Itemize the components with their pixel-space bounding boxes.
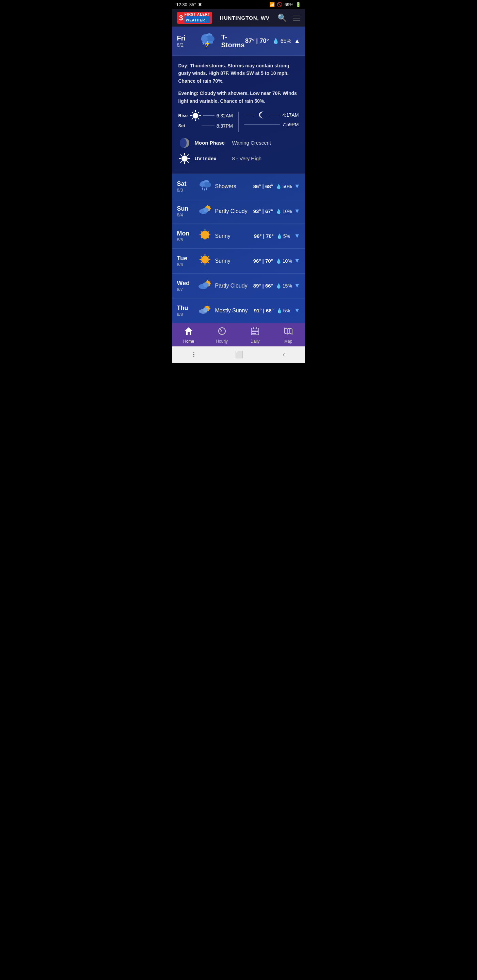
status-bar: 12:30 85° ✖ 📶 🚫 69% 🔋: [172, 0, 305, 9]
sun-moon-divider: [238, 111, 239, 132]
moon-set-time: 7:59PM: [282, 122, 298, 127]
forecast-row-thu[interactable]: Thu 8/8 Mostly Sunny 91° | 68°: [172, 298, 305, 323]
status-left: 12:30 85° ✖: [176, 2, 202, 7]
today-day-name: Fri: [177, 34, 194, 42]
moon-rise-time: 4:17AM: [282, 112, 298, 118]
today-condition: T-Storms: [221, 33, 246, 49]
uv-index-value: 8 - Very High: [232, 156, 262, 161]
sun-set-time: 8:37PM: [217, 123, 233, 129]
today-weather-icon: [199, 31, 217, 51]
sun-rise-time: 6:32AM: [217, 113, 233, 118]
detail-panel: Day: Thunderstorms. Storms may contain s…: [172, 56, 305, 174]
svg-marker-74: [185, 327, 192, 335]
svg-line-56: [201, 256, 202, 258]
forecast-day-wed: Wed 8/7: [177, 280, 195, 292]
block-icon: 🚫: [277, 2, 282, 7]
svg-point-66: [198, 285, 204, 288]
svg-line-49: [208, 231, 209, 233]
forecast-row-tue[interactable]: Tue 8/6 Sunny 96° |: [172, 249, 305, 274]
uv-index-label: UV Index: [195, 156, 232, 161]
forecast-row-sat[interactable]: Sat 8/3 Showers 86° | 68°: [172, 174, 305, 199]
forecast-row-sun[interactable]: Sun 8/4 Partly Cloudy 93°: [172, 199, 305, 224]
nav-map[interactable]: Map: [278, 327, 298, 344]
nav-daily-label: Daily: [250, 339, 260, 344]
forecast-rain-sun: 💧 10%: [276, 208, 292, 214]
forecast-row-wed[interactable]: Wed 8/7 Partly Cloudy 89° | 66°: [172, 274, 305, 298]
forecast-chevron-sun[interactable]: ▼: [294, 208, 300, 215]
uv-icon: [179, 153, 191, 165]
sun-section: Rise 6:32AM: [179, 110, 233, 129]
forecast-list: Sat 8/3 Showers 86° | 68°: [172, 174, 305, 323]
logo-weather-text: WEATHER: [186, 18, 205, 22]
nav-hourly[interactable]: Hourly: [212, 327, 232, 344]
svg-rect-81: [254, 331, 256, 332]
forecast-temps-mon: 96° | 70°: [254, 233, 274, 239]
header-icons: 🔍: [278, 14, 300, 22]
today-rain: 💧 65%: [272, 38, 292, 44]
bottom-nav: Home Hourly Daily: [172, 323, 305, 347]
forecast-icon-sun: [198, 204, 212, 219]
sys-home-btn[interactable]: ⬜: [235, 350, 243, 359]
wifi-icon: 📶: [269, 2, 275, 7]
forecast-condition-thu: Mostly Sunny: [215, 307, 254, 314]
uv-index-row: UV Index 8 - Very High: [179, 153, 299, 165]
forecast-rain-mon: 💧 5%: [276, 234, 292, 239]
svg-marker-85: [285, 328, 292, 334]
nav-home[interactable]: Home: [179, 327, 199, 344]
forecast-chevron-mon[interactable]: ▼: [294, 232, 300, 240]
forecast-icon-thu: [198, 303, 212, 318]
today-row[interactable]: Fri 8/2 T-Storms 87° | 70°: [172, 27, 305, 56]
status-x-icon: ✖: [198, 2, 202, 7]
svg-line-58: [208, 256, 209, 258]
daily-icon: [250, 327, 260, 337]
forecast-chevron-thu[interactable]: ▼: [294, 307, 300, 314]
day-description: Day: Thunderstorms. Storms may contain s…: [179, 62, 299, 85]
svg-point-19: [182, 156, 188, 162]
svg-rect-80: [252, 331, 254, 332]
logo-number: 3: [179, 14, 183, 22]
search-icon[interactable]: 🔍: [278, 14, 287, 22]
svg-line-34: [206, 188, 207, 189]
svg-rect-83: [252, 333, 254, 334]
sys-back-btn[interactable]: ‹: [283, 350, 285, 358]
svg-line-15: [198, 112, 199, 113]
forecast-temps-tue: 96° | 70°: [253, 258, 273, 264]
battery-percent: 69%: [284, 2, 293, 7]
svg-point-51: [201, 256, 209, 263]
nav-daily[interactable]: Daily: [245, 327, 265, 344]
sys-menu-btn[interactable]: ⫶: [192, 350, 195, 358]
forecast-temps-sat: 86° | 68°: [253, 183, 273, 189]
sun-rise-row: Rise 6:32AM: [179, 110, 233, 122]
svg-line-48: [208, 237, 209, 238]
forecast-rain-thu: 💧 5%: [276, 308, 292, 313]
moon-phase-label: Moon Phase: [195, 140, 232, 146]
nav-map-label: Map: [284, 339, 292, 344]
svg-point-8: [193, 113, 198, 118]
svg-line-25: [187, 161, 188, 163]
forecast-rain-wed: 💧 15%: [276, 283, 292, 288]
forecast-chevron-wed[interactable]: ▼: [294, 282, 300, 289]
menu-icon[interactable]: [293, 16, 300, 21]
svg-line-7: [205, 43, 206, 46]
moon-set-row: 7:59PM: [244, 122, 299, 127]
forecast-temps-sun: 93° | 67°: [253, 208, 273, 214]
forecast-chevron-tue[interactable]: ▼: [294, 257, 300, 264]
svg-point-73: [199, 310, 204, 313]
system-nav: ⫶ ⬜ ‹: [172, 347, 305, 363]
sun-set-row: Set 8:37PM: [179, 123, 233, 129]
today-chevron-up[interactable]: ▲: [294, 37, 300, 45]
forecast-row-mon[interactable]: Mon 8/5 Sunny 96° |: [172, 224, 305, 249]
today-day-date: 8/2: [177, 42, 194, 48]
svg-line-50: [201, 237, 202, 238]
svg-point-41: [199, 209, 204, 213]
forecast-icon-wed: [198, 278, 212, 293]
svg-line-33: [204, 188, 205, 190]
forecast-icon-sat: [198, 179, 212, 194]
svg-point-18: [180, 138, 187, 148]
svg-line-32: [202, 188, 203, 189]
forecast-day-thu: Thu 8/8: [177, 305, 195, 317]
moon-phase-value: Waning Crescent: [232, 140, 271, 146]
svg-point-31: [199, 183, 205, 187]
forecast-chevron-sat[interactable]: ▼: [294, 183, 300, 190]
forecast-condition-sun: Partly Cloudy: [215, 208, 253, 215]
